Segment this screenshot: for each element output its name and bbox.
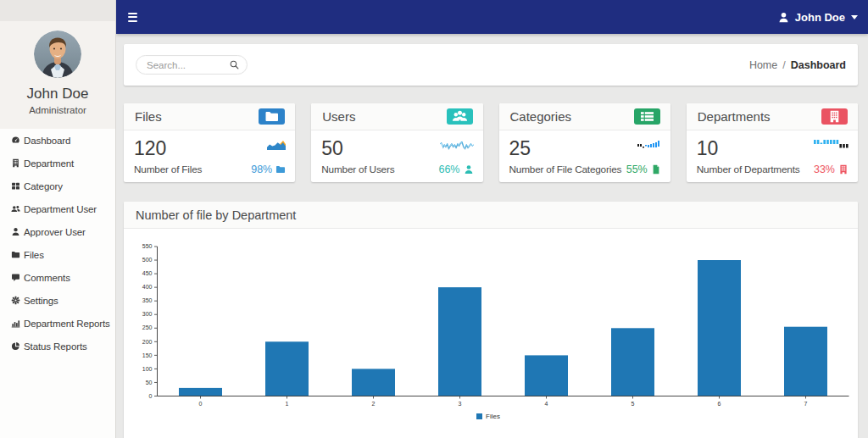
folder-icon [275,164,286,175]
svg-text:300: 300 [142,311,153,317]
sidebar-item-category[interactable]: Category [0,175,115,197]
breadcrumb-current: Dashboard [791,59,846,71]
stat-card-users: Users50Number of Users66% [311,103,482,182]
stat-card-header: Categories [499,103,670,130]
sparkline-departments [814,140,849,150]
stat-card-header: Users [311,103,482,130]
stat-card-value: 25 [509,137,531,159]
svg-text:1: 1 [286,401,289,407]
stat-cards-row: Files120Number of Files98%Users50Number … [124,103,858,182]
chart-card-header: Number of file by Department [124,202,858,229]
stat-card-header: Departments [687,103,858,130]
user-icon [464,164,474,175]
svg-text:200: 200 [142,339,153,345]
stat-card-files: Files120Number of Files98% [124,103,295,182]
svg-text:50: 50 [146,380,153,385]
caret-down-icon [851,15,858,19]
folder-icon [259,108,285,125]
sidebar-item-status-reports[interactable]: Status Reports [0,335,115,358]
sidebar-item-department-reports[interactable]: Department Reports [0,312,115,335]
user-icon [778,12,789,23]
sidebar-nav-list: DashboardDepartmentCategoryDepartment Us… [0,129,115,358]
svg-text:500: 500 [142,257,153,263]
sidebar-item-label: Department [24,158,74,169]
pie-chart-icon [11,341,20,351]
search-breadcrumb-bar: Home/Dashboard [124,44,858,86]
stat-card-percent: 66% [438,164,473,175]
svg-text:0: 0 [149,393,153,399]
stat-card-label: Number of Files [134,164,202,175]
search-input[interactable] [147,60,230,70]
sparkline-files [267,141,286,150]
user-icon [11,227,20,236]
sidebar-item-files[interactable]: Files [0,243,115,266]
svg-text:Files: Files [486,413,500,420]
users-icon [447,108,473,125]
svg-text:2: 2 [372,401,376,407]
stat-card-title: Categories [510,109,572,124]
sidebar-item-settings[interactable]: Settings [0,289,115,312]
stat-card-percent: 33% [814,164,849,175]
sidebar-item-label: Status Reports [24,341,87,352]
users-icon [11,204,20,213]
chart-title: Number of file by Department [136,208,296,222]
svg-text:6: 6 [718,401,721,407]
stat-card-body: 10Number of Departments33% [687,130,858,175]
sidebar-item-label: Settings [24,296,58,306]
avatar [34,30,81,78]
sidebar-profile: John Doe Administrator [0,21,115,129]
category-grid-icon [11,181,20,191]
sparkline-categories [637,141,661,150]
stat-card-title: Departments [698,109,771,124]
stat-card-value: 120 [134,137,166,159]
sidebar-item-department-user[interactable]: Department User [0,197,115,220]
chart-card: Number of file by Department 05010015020… [124,202,858,438]
svg-text:4: 4 [545,401,548,407]
search-box [136,55,248,75]
content-area: Home/Dashboard Files120Number of Files98… [116,34,868,438]
sidebar-item-label: Comments [24,273,70,283]
stat-card-label: Number of Users [321,164,394,175]
search-icon[interactable] [230,60,239,69]
breadcrumb: Home/Dashboard [749,59,846,71]
stat-card-categories: Categories25Number of File Categories55% [499,103,670,182]
sidebar-toggle-button[interactable] [116,4,149,30]
sidebar-nav: DashboardDepartmentCategoryDepartment Us… [0,129,115,358]
sidebar-item-label: Department Reports [24,319,110,329]
sidebar-item-label: Approver User [24,227,86,237]
sidebar-item-department[interactable]: Department [0,152,115,175]
file-icon [651,164,661,175]
svg-text:450: 450 [142,270,153,276]
svg-text:350: 350 [142,297,153,303]
svg-text:3: 3 [459,401,462,407]
svg-text:7: 7 [804,401,808,407]
sidebar-item-label: Category [24,181,63,191]
sidebar-top-strip [0,0,115,21]
svg-text:250: 250 [142,324,153,330]
sidebar-item-comments[interactable]: Comments [0,266,115,289]
svg-text:400: 400 [142,284,153,290]
list-icon [634,108,660,125]
stat-card-title: Users [322,109,355,124]
user-menu[interactable]: John Doe [768,0,868,34]
sidebar-item-label: Files [24,250,44,260]
svg-text:100: 100 [142,366,153,372]
stat-card-label: Number of Departments [697,164,800,175]
navbar-user-name: John Doe [795,11,845,24]
sparkline-users [440,141,474,150]
stat-card-value: 10 [697,137,719,159]
gear-icon [11,296,20,305]
comment-icon [11,273,20,282]
folder-icon [11,250,20,259]
profile-name: John Doe [0,86,115,103]
profile-role: Administrator [0,105,115,115]
sidebar-item-dashboard[interactable]: Dashboard [0,129,115,152]
svg-text:150: 150 [142,352,153,358]
sidebar-item-label: Department User [24,204,97,214]
breadcrumb-home[interactable]: Home [749,59,777,71]
sidebar: John Doe Administrator DashboardDepartme… [0,0,116,438]
sidebar-item-approver-user[interactable]: Approver User [0,220,115,243]
building-icon [838,164,849,175]
building-icon [821,108,848,125]
stat-card-value: 50 [321,137,343,159]
